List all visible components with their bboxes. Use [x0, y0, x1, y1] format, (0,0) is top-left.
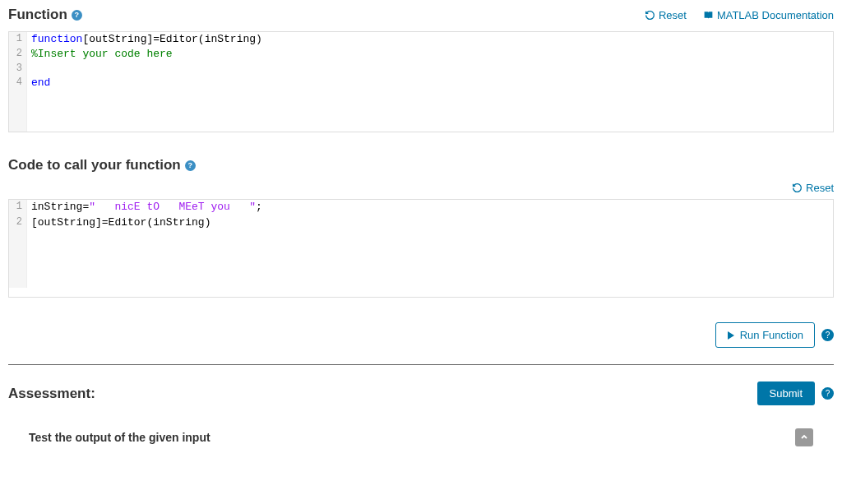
section-divider — [8, 364, 834, 365]
code-text[interactable]: [outString]=Editor(inString) — [27, 215, 210, 230]
run-button-label: Run Function — [740, 329, 803, 341]
line-number: 2 — [9, 47, 27, 62]
doc-link-label: MATLAB Documentation — [717, 9, 834, 21]
code-line: 1 function[outString]=Editor(inString) — [9, 32, 833, 47]
call-title-text: Code to call your function — [8, 157, 181, 173]
code-content[interactable]: function[outString]=Editor(inString) — [27, 32, 262, 47]
reset-function-label: Reset — [659, 9, 687, 21]
reset-call-link[interactable]: Reset — [792, 182, 834, 194]
code-line: 2 [outString]=Editor(inString) — [9, 215, 833, 230]
book-icon — [703, 10, 714, 21]
code-text: [outString]=Editor(inString) — [82, 33, 261, 45]
call-header: Code to call your function ? — [8, 157, 834, 173]
call-reset-row: Reset — [8, 182, 834, 194]
call-title: Code to call your function ? — [8, 157, 196, 173]
line-number: 2 — [9, 215, 27, 230]
editor-spacer — [9, 230, 833, 288]
function-header-links: Reset MATLAB Documentation — [645, 9, 834, 21]
assessment-title: Assessment: — [8, 386, 95, 402]
code-line: 2 %Insert your code here — [9, 47, 833, 62]
code-text: ; — [256, 201, 262, 213]
test-item: Test the output of the given input — [8, 420, 834, 455]
chevron-up-icon — [800, 433, 808, 442]
gutter-spacer — [9, 230, 27, 288]
line-number: 1 — [9, 32, 27, 47]
reset-function-link[interactable]: Reset — [645, 9, 687, 21]
run-function-button[interactable]: Run Function — [715, 322, 815, 348]
code-comment[interactable]: %Insert your code here — [27, 47, 173, 62]
code-line: 4 end — [9, 76, 833, 90]
reset-icon — [645, 10, 655, 21]
reset-icon — [792, 183, 803, 193]
editor-spacer — [9, 90, 833, 132]
gutter-spacer — [9, 90, 27, 132]
function-code-editor[interactable]: 1 function[outString]=Editor(inString) 2… — [8, 31, 834, 132]
string-literal: " nicE tO MEeT you " — [89, 201, 256, 213]
info-icon[interactable]: ? — [821, 387, 834, 400]
code-line: 3 — [9, 62, 833, 76]
expand-button[interactable] — [795, 428, 813, 446]
info-icon[interactable]: ? — [821, 329, 834, 341]
code-text: inString= — [31, 201, 89, 213]
line-number: 1 — [9, 200, 27, 215]
help-icon[interactable]: ? — [72, 10, 82, 21]
function-header: Function ? Reset MATLAB Documentation — [8, 7, 834, 23]
code-text[interactable] — [27, 62, 31, 76]
code-content[interactable]: inString=" nicE tO MEeT you "; — [27, 200, 262, 215]
call-code-editor[interactable]: 1 inString=" nicE tO MEeT you "; 2 [outS… — [8, 199, 834, 298]
run-row: Run Function ? — [8, 322, 834, 348]
submit-button-label: Submit — [770, 387, 803, 400]
help-icon[interactable]: ? — [185, 160, 196, 171]
function-title-text: Function — [8, 7, 67, 23]
test-label: Test the output of the given input — [29, 431, 210, 444]
reset-call-label: Reset — [806, 182, 834, 194]
function-title: Function ? — [8, 7, 82, 23]
keyword-end[interactable]: end — [27, 76, 50, 90]
submit-button[interactable]: Submit — [757, 381, 815, 405]
matlab-doc-link[interactable]: MATLAB Documentation — [703, 9, 834, 21]
assessment-header: Assessment: Submit ? — [8, 381, 834, 405]
play-icon — [727, 331, 735, 340]
line-number: 4 — [9, 76, 27, 90]
code-line: 1 inString=" nicE tO MEeT you "; — [9, 200, 833, 215]
submit-group: Submit ? — [757, 381, 834, 405]
keyword-function: function — [31, 33, 82, 45]
line-number: 3 — [9, 62, 27, 76]
